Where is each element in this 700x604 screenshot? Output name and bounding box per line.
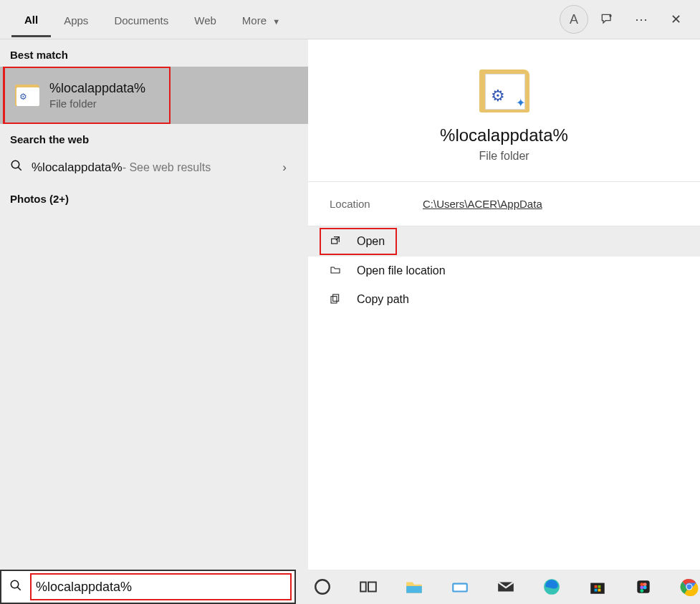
- folder-icon-large: ⚙✦: [479, 69, 529, 112]
- chrome-icon[interactable]: [679, 576, 700, 598]
- svg-point-0: [610, 15, 611, 16]
- search-icon: [10, 159, 32, 176]
- action-copy-path[interactable]: Copy path: [308, 285, 700, 314]
- taskbar-search-box[interactable]: [0, 570, 296, 604]
- filter-tab-apps[interactable]: Apps: [51, 3, 101, 36]
- results-pane: Best match ⚙ %localappdata% File folder …: [0, 39, 308, 570]
- onscreen-keyboard-icon[interactable]: [449, 576, 471, 598]
- action-copy-path-label: Copy path: [357, 293, 409, 306]
- svg-rect-10: [368, 583, 376, 592]
- search-icon: [1, 579, 30, 595]
- action-open-row[interactable]: Open: [308, 226, 700, 257]
- microsoft-store-icon[interactable]: [587, 576, 608, 598]
- svg-rect-16: [595, 585, 598, 588]
- figma-icon[interactable]: [633, 576, 654, 598]
- location-label: Location: [330, 198, 423, 210]
- header-right-group: A ⋯ ✕: [560, 4, 700, 35]
- taskbar: [296, 570, 700, 604]
- svg-rect-11: [406, 586, 422, 593]
- best-match-subtitle: File folder: [49, 97, 145, 110]
- svg-point-28: [687, 585, 692, 590]
- action-open-file-location-label: Open file location: [357, 264, 446, 277]
- web-query-suffix: - See web results: [123, 161, 211, 174]
- filter-tab-all[interactable]: All: [11, 2, 51, 37]
- feedback-icon[interactable]: [591, 4, 623, 35]
- svg-point-21: [640, 583, 643, 586]
- svg-line-2: [18, 167, 21, 171]
- chevron-down-icon: ▼: [272, 17, 280, 26]
- search-input[interactable]: [36, 580, 290, 595]
- filter-tab-documents[interactable]: Documents: [101, 3, 181, 36]
- more-options-icon[interactable]: ⋯: [625, 4, 657, 35]
- edge-icon[interactable]: [541, 576, 562, 598]
- best-match-highlight: ⚙ %localappdata% File folder: [3, 67, 171, 124]
- cortana-icon[interactable]: [312, 576, 333, 598]
- folder-icon: ⚙: [15, 85, 39, 106]
- mail-icon[interactable]: [495, 576, 517, 598]
- svg-point-22: [643, 583, 647, 586]
- file-explorer-icon[interactable]: [403, 576, 425, 598]
- web-search-result[interactable]: %localappdata% - See web results ›: [0, 151, 308, 183]
- main-area: Best match ⚙ %localappdata% File folder …: [0, 39, 700, 570]
- preview-header: ⚙✦ %localappdata% File folder: [308, 39, 700, 182]
- bottom-bar: [0, 570, 700, 604]
- svg-point-23: [643, 586, 647, 590]
- photos-heading[interactable]: Photos (2+): [0, 183, 308, 211]
- action-open-label: Open: [357, 235, 385, 248]
- action-open-highlight: Open: [320, 228, 397, 255]
- svg-rect-18: [595, 589, 598, 592]
- svg-rect-13: [454, 585, 466, 591]
- svg-point-24: [640, 586, 643, 590]
- account-avatar[interactable]: A: [560, 5, 588, 34]
- open-icon: [330, 235, 357, 249]
- best-match-result-row[interactable]: ⚙ %localappdata% File folder: [0, 67, 308, 124]
- folder-open-icon: [330, 264, 357, 278]
- svg-point-6: [11, 580, 19, 588]
- best-match-heading: Best match: [0, 39, 308, 67]
- svg-rect-19: [598, 589, 601, 592]
- location-row: Location C:\Users\ACER\AppData: [308, 182, 700, 226]
- search-input-highlight: [30, 573, 292, 600]
- best-match-text: %localappdata% File folder: [49, 81, 145, 110]
- search-web-heading: Search the web: [0, 124, 308, 151]
- svg-point-25: [640, 589, 643, 593]
- svg-point-8: [315, 580, 330, 594]
- web-query-text: %localappdata%: [32, 160, 123, 175]
- task-view-icon[interactable]: [358, 576, 379, 598]
- svg-rect-17: [598, 585, 601, 588]
- best-match-title: %localappdata%: [49, 81, 145, 96]
- preview-subtitle: File folder: [479, 150, 529, 163]
- location-path[interactable]: C:\Users\ACER\AppData: [423, 198, 542, 210]
- close-icon[interactable]: ✕: [660, 4, 691, 35]
- filter-tab-more[interactable]: More ▼: [229, 3, 293, 36]
- search-header: All Apps Documents Web More ▼ A ⋯ ✕: [0, 0, 700, 39]
- svg-rect-5: [331, 296, 337, 302]
- filter-tab-web[interactable]: Web: [181, 3, 229, 36]
- filter-tab-more-label: More: [242, 14, 267, 27]
- svg-rect-15: [590, 583, 605, 594]
- action-open-file-location[interactable]: Open file location: [308, 257, 700, 285]
- preview-pane: ⚙✦ %localappdata% File folder Location C…: [308, 39, 700, 570]
- copy-icon: [330, 293, 357, 307]
- svg-rect-4: [333, 294, 339, 301]
- svg-rect-9: [360, 583, 366, 592]
- chevron-right-icon: ›: [282, 160, 287, 175]
- svg-point-1: [11, 160, 19, 168]
- preview-title: %localappdata%: [440, 125, 568, 145]
- svg-line-7: [17, 587, 21, 590]
